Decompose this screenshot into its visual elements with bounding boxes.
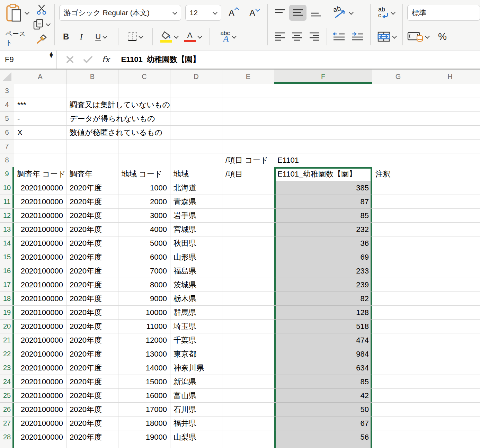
paste-dropdown-chevron[interactable]: [25, 11, 29, 15]
cell[interactable]: [372, 333, 424, 347]
cell[interactable]: 2020100000: [14, 416, 66, 430]
cell[interactable]: 宮城県: [170, 223, 222, 236]
cell[interactable]: [424, 403, 476, 416]
cell[interactable]: 数値が秘匿されているもの: [66, 126, 118, 140]
column-header-a[interactable]: A: [14, 70, 66, 84]
cell[interactable]: 注釈: [372, 167, 424, 181]
cell[interactable]: [424, 264, 476, 278]
cell[interactable]: [274, 98, 372, 112]
cell[interactable]: [118, 140, 170, 153]
cell[interactable]: 北海道: [170, 181, 222, 195]
row-header[interactable]: 28: [0, 430, 14, 444]
cell[interactable]: [274, 126, 372, 140]
align-top-button[interactable]: [272, 8, 288, 18]
row-header[interactable]: 16: [0, 264, 14, 278]
cell[interactable]: [222, 223, 274, 236]
cell[interactable]: 福島県: [170, 264, 222, 278]
cell[interactable]: [66, 444, 118, 448]
cell[interactable]: 2000: [118, 195, 170, 209]
cell[interactable]: [66, 140, 118, 153]
cell[interactable]: [222, 181, 274, 195]
format-painter-button[interactable]: [33, 32, 50, 45]
cell[interactable]: [14, 84, 66, 98]
cell[interactable]: [424, 181, 476, 195]
cell[interactable]: [372, 264, 424, 278]
cell[interactable]: 青森県: [170, 195, 222, 209]
cell[interactable]: 埼玉県: [170, 320, 222, 333]
merge-cells-button[interactable]: [377, 32, 396, 42]
borders-button[interactable]: [124, 32, 147, 41]
cell[interactable]: 2020100000: [14, 333, 66, 347]
row-header[interactable]: 3: [0, 84, 14, 98]
cell[interactable]: 2020年度: [66, 403, 118, 416]
cell[interactable]: [424, 389, 476, 403]
cell[interactable]: 232: [274, 223, 372, 236]
row-header[interactable]: 9: [0, 167, 14, 181]
cell[interactable]: [424, 167, 476, 181]
cell[interactable]: [372, 250, 424, 264]
decrease-font-size-button[interactable]: A: [246, 8, 263, 18]
cell[interactable]: [372, 195, 424, 209]
cell[interactable]: [222, 320, 274, 333]
cell[interactable]: 15000: [118, 375, 170, 389]
column-header-h[interactable]: H: [424, 70, 476, 84]
borders-dropdown-chevron[interactable]: [139, 35, 143, 38]
cell[interactable]: 2020100000: [14, 375, 66, 389]
wrap-text-chevron[interactable]: [391, 11, 395, 15]
cell[interactable]: [222, 306, 274, 320]
cell[interactable]: [372, 278, 424, 292]
cell[interactable]: データが得られないもの: [66, 112, 118, 126]
cell[interactable]: [424, 306, 476, 320]
cell[interactable]: 調査又は集計していないもの: [66, 98, 118, 112]
row-header[interactable]: 5: [0, 112, 14, 126]
cell[interactable]: [274, 84, 372, 98]
cell[interactable]: [424, 153, 476, 167]
column-header-d[interactable]: D: [170, 70, 222, 84]
bold-button[interactable]: B: [59, 32, 73, 42]
cell[interactable]: 調査年: [66, 167, 118, 181]
cell[interactable]: 2020年度: [66, 250, 118, 264]
cell[interactable]: 13000: [118, 347, 170, 361]
cell[interactable]: -: [14, 112, 66, 126]
orientation-chevron[interactable]: [349, 11, 353, 15]
cell[interactable]: E1101_幼稚園数【園】: [274, 167, 372, 181]
cell[interactable]: 12000: [118, 333, 170, 347]
cell[interactable]: 2020100000: [14, 223, 66, 236]
cell[interactable]: /項目: [222, 167, 274, 181]
underline-dropdown-chevron[interactable]: [103, 35, 107, 38]
cell[interactable]: 2020100000: [14, 389, 66, 403]
cell[interactable]: [424, 278, 476, 292]
cell[interactable]: 2020年度: [66, 333, 118, 347]
row-header[interactable]: 18: [0, 292, 14, 306]
cell[interactable]: [372, 430, 424, 444]
cell[interactable]: [372, 209, 424, 223]
cell[interactable]: 2020100000: [14, 306, 66, 320]
column-header-g[interactable]: G: [372, 70, 424, 84]
cell[interactable]: [424, 375, 476, 389]
cell[interactable]: [14, 153, 66, 167]
cell[interactable]: [424, 209, 476, 223]
row-header[interactable]: 22: [0, 347, 14, 361]
paste-button[interactable]: [6, 3, 29, 22]
cell[interactable]: 2020年度: [66, 430, 118, 444]
cell[interactable]: [424, 333, 476, 347]
cell[interactable]: 233: [274, 264, 372, 278]
cell[interactable]: [424, 430, 476, 444]
cell[interactable]: [372, 112, 424, 126]
cell[interactable]: 山形県: [170, 250, 222, 264]
cell[interactable]: 2020100000: [14, 264, 66, 278]
confirm-icon[interactable]: [83, 55, 93, 64]
cell[interactable]: [372, 140, 424, 153]
cell[interactable]: 56: [274, 430, 372, 444]
cell[interactable]: [424, 250, 476, 264]
cell[interactable]: X: [14, 126, 66, 140]
cell[interactable]: [222, 347, 274, 361]
cell[interactable]: 2020100000: [14, 278, 66, 292]
cell[interactable]: 岩手県: [170, 209, 222, 223]
cell[interactable]: [66, 84, 118, 98]
cell[interactable]: [66, 153, 118, 167]
cancel-icon[interactable]: [66, 55, 74, 64]
decrease-indent-button[interactable]: [331, 32, 347, 42]
cell[interactable]: [372, 444, 424, 448]
column-header-c[interactable]: C: [118, 70, 170, 84]
